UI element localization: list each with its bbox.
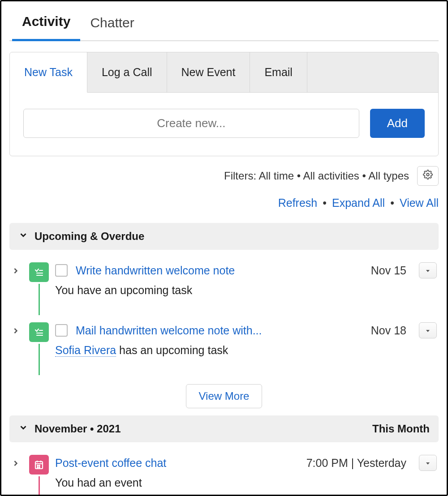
create-input[interactable] xyxy=(23,109,359,138)
timeline-item: Write handwritten welcome note Nov 15 Yo… xyxy=(9,255,439,315)
svg-point-14 xyxy=(39,465,40,466)
task-description: Sofia Rivera has an upcoming task xyxy=(55,338,437,357)
event-date: 7:00 PM | Yesterday xyxy=(306,457,406,470)
svg-marker-17 xyxy=(426,462,430,465)
expand-item-button[interactable] xyxy=(11,322,23,338)
refresh-link[interactable]: Refresh xyxy=(278,197,318,210)
svg-point-13 xyxy=(37,465,38,466)
expand-item-button[interactable] xyxy=(11,262,23,278)
task-date: Nov 15 xyxy=(371,264,406,277)
tab-new-event[interactable]: New Event xyxy=(167,52,250,92)
gear-icon xyxy=(423,170,433,182)
section-upcoming-header[interactable]: Upcoming & Overdue xyxy=(9,223,439,250)
task-description: You have an upcoming task xyxy=(55,278,437,297)
timeline-item: Post-event coffee chat 7:00 PM | Yesterd… xyxy=(9,448,439,496)
tab-activity[interactable]: Activity xyxy=(12,9,80,41)
item-menu-button[interactable] xyxy=(419,322,437,338)
filter-settings-button[interactable] xyxy=(417,166,439,186)
filter-row: Filters: All time • All activities • All… xyxy=(9,166,439,186)
view-all-link[interactable]: View All xyxy=(400,197,439,210)
chevron-down-icon xyxy=(18,423,28,435)
svg-point-15 xyxy=(37,467,38,468)
chevron-right-icon xyxy=(11,265,20,278)
add-button[interactable]: Add xyxy=(370,109,425,138)
section-badge: This Month xyxy=(372,423,430,435)
chevron-right-icon xyxy=(11,458,20,470)
tab-email[interactable]: Email xyxy=(250,52,307,92)
chevron-down-icon xyxy=(18,230,28,243)
action-card: New Task Log a Call New Event Email Add xyxy=(9,52,439,156)
expand-item-button[interactable] xyxy=(11,455,23,470)
svg-marker-4 xyxy=(426,270,430,272)
action-tab-bar: New Task Log a Call New Event Email xyxy=(10,52,438,93)
tab-new-task[interactable]: New Task xyxy=(10,52,87,93)
event-description: You had an event xyxy=(55,471,437,489)
caret-down-icon xyxy=(424,264,431,277)
section-title: Upcoming & Overdue xyxy=(34,230,144,243)
tab-chatter[interactable]: Chatter xyxy=(80,11,144,40)
activity-panel: Activity Chatter New Task Log a Call New… xyxy=(0,0,448,496)
task-icon xyxy=(29,322,49,342)
task-date: Nov 18 xyxy=(371,324,406,337)
timeline-item: Mail handwritten welcome note with... No… xyxy=(9,315,439,375)
month-list: Post-event coffee chat 7:00 PM | Yesterd… xyxy=(9,442,439,496)
event-title-link[interactable]: Post-event coffee chat xyxy=(55,457,166,470)
filter-text: Filters: All time • All activities • All… xyxy=(224,170,409,182)
view-more-button[interactable]: View More xyxy=(186,384,263,408)
svg-point-0 xyxy=(426,173,429,176)
item-menu-button[interactable] xyxy=(419,455,437,471)
caret-down-icon xyxy=(424,457,431,470)
task-title-link[interactable]: Mail handwritten welcome note with... xyxy=(76,324,262,337)
section-title: November • 2021 xyxy=(34,423,121,435)
item-menu-button[interactable] xyxy=(419,262,437,278)
task-icon xyxy=(29,262,49,282)
expand-all-link[interactable]: Expand All xyxy=(332,197,385,210)
svg-marker-8 xyxy=(426,330,430,332)
section-month-header[interactable]: November • 2021 This Month xyxy=(9,415,439,442)
task-title-link[interactable]: Write handwritten welcome note xyxy=(76,264,235,277)
person-link[interactable]: Sofia Rivera xyxy=(55,344,116,357)
action-links: Refresh • Expand All • View All xyxy=(9,197,439,210)
calendar-icon xyxy=(29,455,49,475)
upcoming-list: Write handwritten welcome note Nov 15 Yo… xyxy=(9,250,439,412)
task-checkbox[interactable] xyxy=(55,264,68,277)
tab-log-call[interactable]: Log a Call xyxy=(87,52,167,92)
task-checkbox[interactable] xyxy=(55,324,68,337)
caret-down-icon xyxy=(424,324,431,337)
top-tab-bar: Activity Chatter xyxy=(9,9,439,41)
chevron-right-icon xyxy=(11,325,20,338)
svg-point-16 xyxy=(39,467,40,468)
